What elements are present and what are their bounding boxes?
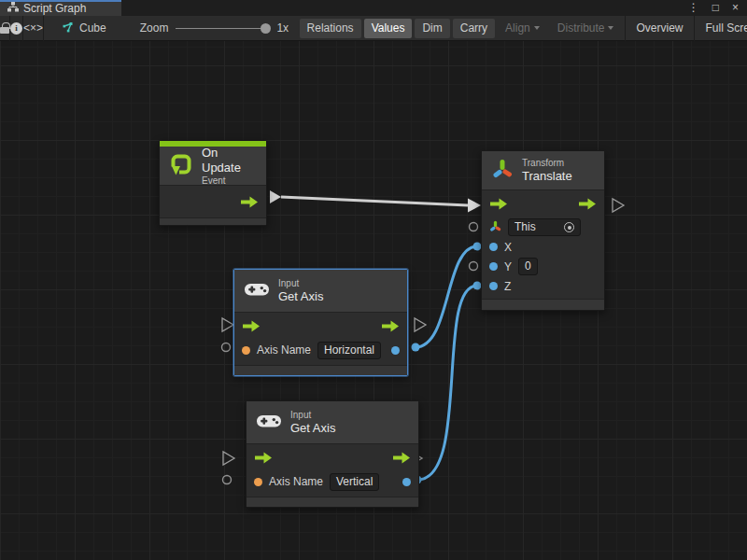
node-get-axis-horizontal[interactable]: Input Get Axis Axis Name Horizontal: [233, 269, 408, 376]
node-footer: [482, 299, 604, 310]
node-category: Input: [290, 410, 335, 421]
flow-output-port-get-axis-h[interactable]: [415, 318, 426, 331]
object-picker-icon[interactable]: [564, 222, 574, 232]
code-view-button[interactable]: <×>: [23, 16, 43, 41]
node-category: Input: [278, 278, 323, 289]
axis-name-port-dot[interactable]: [242, 346, 250, 355]
value-port-axis-name-h[interactable]: [222, 343, 231, 352]
axis-name-port-dot[interactable]: [254, 478, 262, 486]
node-translate[interactable]: Transform Translate: [481, 150, 605, 311]
relations-label: Relations: [307, 21, 354, 35]
chevron-down-icon: [608, 26, 613, 30]
flow-in-arrow-icon[interactable]: [489, 197, 508, 211]
distribute-label: Distribute: [557, 21, 605, 35]
zoom-slider-track: [176, 28, 269, 30]
y-value-field[interactable]: 0: [518, 258, 538, 275]
axis-name-row: Axis Name Horizontal: [234, 339, 407, 361]
update-loop-icon: [169, 152, 193, 180]
axis-name-row: Axis Name Vertical: [247, 470, 418, 493]
node-category: Transform: [522, 158, 572, 169]
tab-bar: Script Graph ⋮ □ ×: [0, 0, 747, 16]
axis-name-field[interactable]: Vertical: [330, 473, 379, 491]
value-port-this[interactable]: [470, 223, 478, 231]
value-wire-horizontal-to-x[interactable]: [416, 246, 477, 347]
zoom-value: 1x: [276, 21, 289, 35]
value-port-y[interactable]: [470, 262, 478, 271]
dim-label: Dim: [422, 21, 442, 35]
flow-input-port-get-axis-h[interactable]: [222, 318, 233, 331]
flow-in-arrow-icon[interactable]: [242, 319, 261, 333]
flow-in-arrow-icon[interactable]: [254, 451, 273, 465]
zoom-label: Zoom: [140, 21, 169, 35]
gamepad-icon: [244, 281, 270, 301]
overview-label: Overview: [636, 21, 683, 35]
z-row: Z: [482, 276, 604, 296]
node-title: On Update: [202, 146, 257, 175]
graph-hierarchy-icon: [7, 2, 19, 15]
window-menu-icon[interactable]: ⋮: [688, 0, 699, 16]
z-port-dot[interactable]: [489, 282, 498, 290]
distribute-dropdown[interactable]: Distribute: [550, 19, 622, 38]
info-icon: i: [10, 22, 22, 35]
node-on-update[interactable]: On Update Event: [159, 140, 267, 226]
transform-axis-icon: [491, 158, 514, 184]
flow-out-arrow-icon[interactable]: [392, 451, 411, 465]
graph-breadcrumb[interactable]: Cube: [44, 21, 116, 35]
gamepad-icon: [256, 413, 282, 433]
flow-wire[interactable]: [281, 197, 468, 205]
carry-button[interactable]: Carry: [453, 19, 495, 38]
flow-out-arrow-icon[interactable]: [578, 197, 597, 211]
maximize-icon[interactable]: □: [712, 0, 719, 16]
align-label: Align: [505, 21, 530, 35]
node-title: Get Axis: [290, 421, 335, 436]
overview-button[interactable]: Overview: [628, 19, 690, 38]
tab-script-graph[interactable]: Script Graph: [0, 0, 121, 16]
flow-output-port-translate[interactable]: [613, 199, 624, 212]
flow-row: [482, 190, 604, 217]
value-wire-vertical-to-z[interactable]: [417, 286, 477, 480]
axis-output-port-dot[interactable]: [402, 478, 411, 486]
script-graph-window: Script Graph ⋮ □ × i <×>: [0, 0, 747, 560]
this-object-field[interactable]: This: [508, 218, 581, 236]
node-header: Input Get Axis: [234, 270, 407, 313]
axis-name-field[interactable]: Horizontal: [317, 342, 381, 359]
transform-mini-icon: [489, 220, 501, 235]
full-screen-button[interactable]: Full Screen: [698, 19, 747, 38]
flow-wire-arrowhead: [468, 199, 481, 213]
close-icon[interactable]: ×: [732, 0, 739, 16]
y-port-dot[interactable]: [489, 262, 498, 271]
node-footer: [160, 217, 266, 225]
zoom-slider[interactable]: [176, 22, 269, 34]
axis-name-label: Axis Name: [257, 343, 311, 357]
node-title: Translate: [522, 169, 572, 184]
axis-name-label: Axis Name: [269, 475, 323, 488]
flow-row: [234, 313, 407, 339]
value-port-axis-name-v[interactable]: [223, 476, 232, 484]
lock-icon: [0, 27, 9, 34]
dim-button[interactable]: Dim: [415, 19, 449, 38]
node-title: Get Axis: [278, 289, 323, 304]
values-button[interactable]: Values: [364, 19, 413, 38]
y-label: Y: [504, 260, 512, 273]
graph-canvas[interactable]: On Update Event: [0, 41, 747, 560]
flow-output-port-on-update[interactable]: [270, 190, 281, 203]
node-footer: [247, 497, 418, 507]
x-row: X: [482, 237, 604, 257]
x-port-dot[interactable]: [489, 243, 498, 251]
flow-input-port-get-axis-v[interactable]: [223, 452, 234, 465]
inspect-button[interactable]: i: [10, 16, 22, 41]
flow-out-arrow-icon[interactable]: [240, 195, 259, 209]
align-dropdown[interactable]: Align: [498, 19, 547, 38]
relations-button[interactable]: Relations: [300, 19, 361, 38]
toolbar-separator: [694, 16, 695, 41]
lock-button[interactable]: [0, 16, 9, 41]
y-row: Y 0: [482, 257, 604, 276]
focused-tab-indicator: [0, 0, 121, 2]
node-header: Transform Translate: [482, 151, 604, 190]
chevron-down-icon: [534, 26, 540, 30]
code-brackets-icon: <×>: [23, 21, 43, 35]
node-get-axis-vertical[interactable]: Input Get Axis Axis Name Vertical: [246, 400, 419, 508]
zoom-slider-handle[interactable]: [261, 23, 271, 34]
axis-output-port-dot[interactable]: [391, 346, 400, 355]
flow-out-arrow-icon[interactable]: [381, 319, 400, 333]
